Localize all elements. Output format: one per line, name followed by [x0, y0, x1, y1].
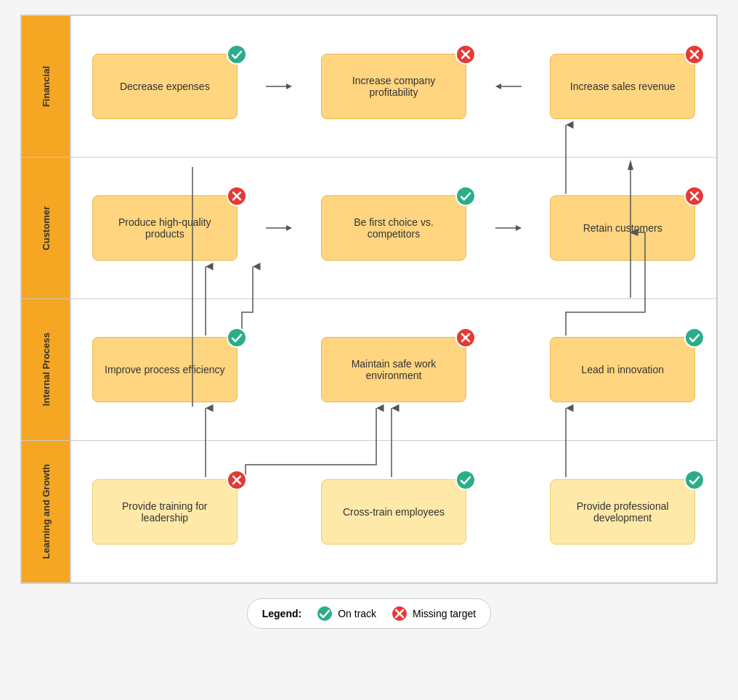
row-label-learning: Learning and Growth — [22, 441, 71, 582]
row-label-customer: Customer — [22, 158, 71, 298]
legend-on-track: On track — [316, 605, 376, 622]
node-wrapper-increase-sales: Increase sales revenue — [550, 54, 695, 119]
legend-missing-badge — [391, 605, 408, 622]
node-increase-profitability[interactable]: Increase company profitability — [321, 54, 466, 119]
badge-missing-training-leadership — [227, 470, 247, 490]
node-wrapper-lead-innovation: Lead in innovation — [550, 337, 695, 402]
node-wrapper-training-leadership: Provide training for leadership — [92, 479, 238, 545]
node-wrapper-high-quality: Produce high-quality products — [92, 195, 238, 261]
badge-missing-high-quality — [227, 186, 247, 206]
node-training-leadership[interactable]: Provide training for leadership — [92, 479, 238, 545]
row-content-learning: Provide training for leadership Cross-tr… — [71, 441, 716, 582]
node-wrapper-professional-dev: Provide professional development — [550, 479, 695, 545]
badge-on-track-process-efficiency — [227, 327, 247, 348]
badge-missing-safe-work — [455, 327, 476, 348]
node-professional-dev[interactable]: Provide professional development — [550, 479, 695, 545]
row-financial: Financial Decrease expenses Incr — [22, 16, 716, 158]
svg-marker-13 — [516, 225, 522, 231]
node-wrapper-decrease-expenses: Decrease expenses — [92, 54, 238, 119]
row-content-internal: Improve process efficiency Maintain safe… — [71, 299, 716, 440]
row-customer: Customer Produce high-quality products — [22, 158, 716, 299]
node-decrease-expenses[interactable]: Decrease expenses — [92, 54, 238, 119]
row-content-customer: Produce high-quality products Be first c… — [71, 158, 716, 298]
svg-marker-11 — [286, 225, 292, 231]
node-lead-innovation[interactable]: Lead in innovation — [550, 337, 695, 402]
arrow-financial-2 — [494, 79, 523, 94]
badge-missing-increase-profitability — [455, 44, 476, 65]
node-wrapper-first-choice: Be first choice vs. competitors — [321, 195, 466, 261]
row-learning: Learning and Growth Provide training for… — [22, 441, 716, 582]
legend: Legend: On track Missing target — [247, 598, 492, 629]
node-wrapper-increase-profitability: Increase company profitability — [321, 54, 466, 119]
row-label-financial: Financial — [22, 16, 71, 157]
badge-missing-increase-sales — [684, 44, 705, 65]
badge-on-track-lead-innovation — [684, 327, 705, 348]
node-first-choice[interactable]: Be first choice vs. competitors — [321, 195, 466, 261]
row-internal: Internal Process Improve process efficie… — [22, 299, 716, 441]
node-wrapper-cross-train: Cross-train employees — [321, 479, 466, 545]
node-high-quality[interactable]: Produce high-quality products — [92, 195, 238, 261]
badge-on-track-cross-train — [455, 470, 476, 490]
badge-missing-retain-customers — [684, 186, 705, 206]
node-cross-train[interactable]: Cross-train employees — [321, 479, 466, 545]
row-content-financial: Decrease expenses Increase company profi… — [71, 16, 716, 157]
node-wrapper-process-efficiency: Improve process efficiency — [92, 337, 238, 402]
arrow-customer-2 — [494, 221, 523, 235]
badge-on-track-decrease-expenses — [227, 44, 247, 65]
badge-on-track-first-choice — [455, 186, 476, 206]
badge-on-track-professional-dev — [684, 470, 705, 490]
svg-marker-5 — [495, 84, 501, 89]
node-wrapper-safe-work: Maintain safe work environment — [321, 337, 466, 402]
legend-on-track-badge — [316, 605, 333, 622]
diagram-container: Financial Decrease expenses Incr — [20, 15, 718, 584]
arrow-customer-1 — [264, 221, 293, 235]
row-label-internal: Internal Process — [22, 299, 71, 440]
node-retain-customers[interactable]: Retain customers — [550, 195, 695, 261]
node-safe-work[interactable]: Maintain safe work environment — [321, 337, 466, 402]
node-wrapper-retain-customers: Retain customers — [550, 195, 695, 261]
diagram-wrapper: Financial Decrease expenses Incr — [20, 15, 718, 598]
arrow-financial-1 — [264, 79, 293, 94]
node-process-efficiency[interactable]: Improve process efficiency — [92, 337, 238, 402]
legend-missing: Missing target — [391, 605, 476, 622]
node-increase-sales[interactable]: Increase sales revenue — [550, 54, 695, 119]
svg-marker-1 — [286, 84, 292, 89]
